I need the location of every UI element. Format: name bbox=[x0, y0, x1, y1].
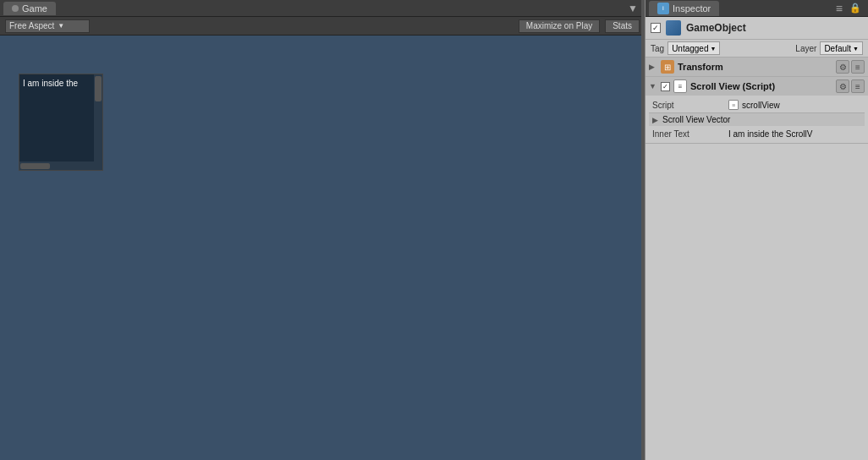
game-tab-icon bbox=[12, 5, 19, 12]
inspector-menu-icon: ≡ bbox=[836, 2, 843, 15]
transform-icon: ⊞ bbox=[661, 60, 674, 74]
inspector-tab-bar: i Inspector ≡ 🔒 bbox=[646, 0, 868, 17]
scroll-view-vector-label: Scroll View Vector bbox=[662, 115, 730, 124]
tag-select[interactable]: Untagged ▼ bbox=[667, 41, 720, 55]
scroll-view-arrow-icon: ▼ bbox=[649, 82, 657, 90]
inspector-tab[interactable]: i Inspector bbox=[649, 1, 719, 16]
game-viewport: I am inside the bbox=[0, 36, 645, 460]
panel-collapse-icon[interactable]: ▼ bbox=[628, 3, 641, 14]
game-tab-bar: Game ▼ bbox=[0, 0, 645, 17]
transform-component-header[interactable]: ▶ ⊞ Transform ⚙ ≡ bbox=[646, 58, 868, 76]
script-asset-icon: ≡ bbox=[728, 100, 739, 110]
script-asset-name: scrollView bbox=[742, 101, 780, 110]
script-prop-row: Script ≡ scrollView bbox=[649, 97, 865, 112]
scroll-view-content: I am inside the bbox=[19, 74, 102, 162]
gameobject-cube-icon bbox=[666, 20, 681, 36]
scroll-view-script-label: Scroll View (Script) bbox=[690, 81, 832, 91]
scroll-view-menu-button[interactable]: ≡ bbox=[851, 79, 865, 93]
scroll-inner-text: I am inside the bbox=[23, 79, 78, 88]
scroll-view-vector-row[interactable]: ▶ Scroll View Vector bbox=[649, 112, 865, 126]
inspector-panel: i Inspector ≡ 🔒 GameObject Tag Untagged … bbox=[645, 0, 868, 460]
inspector-icon-inner: i bbox=[662, 4, 664, 12]
layer-dropdown-arrow: ▼ bbox=[853, 46, 859, 52]
game-tab[interactable]: Game bbox=[3, 2, 56, 15]
transform-arrow-icon: ▶ bbox=[649, 63, 657, 71]
scroll-bar-horizontal[interactable] bbox=[19, 162, 102, 170]
stats-button[interactable]: Stats bbox=[605, 19, 640, 33]
transform-component: ▶ ⊞ Transform ⚙ ≡ bbox=[646, 58, 868, 77]
scroll-bar-vertical[interactable] bbox=[94, 74, 102, 162]
tag-label: Tag bbox=[651, 44, 664, 53]
inner-text-prop-row: Inner Text I am inside the ScrollV bbox=[649, 126, 865, 141]
scroll-view-script-component: ▼ ✓ ≡ Scroll View (Script) ⚙ ≡ Script ≡ … bbox=[646, 77, 868, 144]
transform-menu-button[interactable]: ≡ bbox=[851, 60, 865, 74]
inner-text-label: Inner Text bbox=[652, 129, 728, 139]
layer-select[interactable]: Default ▼ bbox=[820, 41, 863, 55]
maximize-on-play-button[interactable]: Maximize on Play bbox=[519, 19, 600, 33]
scroll-view-vector-arrow: ▶ bbox=[652, 116, 661, 124]
gameobject-header: GameObject bbox=[646, 17, 868, 40]
inner-text-value: I am inside the ScrollV bbox=[728, 129, 813, 139]
scroll-view-script-icon: ≡ bbox=[673, 79, 687, 93]
tag-dropdown-arrow: ▼ bbox=[711, 46, 717, 52]
scroll-view-buttons: ⚙ ≡ bbox=[836, 79, 865, 93]
scroll-thumb-vertical[interactable] bbox=[95, 76, 102, 101]
transform-buttons: ⚙ ≡ bbox=[836, 60, 865, 74]
game-panel: Game ▼ Free Aspect ▼ Maximize on Play St… bbox=[0, 0, 645, 460]
aspect-label: Free Aspect bbox=[9, 21, 54, 30]
scroll-view-settings-button[interactable]: ⚙ bbox=[836, 79, 849, 93]
aspect-dropdown-arrow: ▼ bbox=[58, 22, 64, 30]
layer-label: Layer bbox=[795, 44, 816, 53]
scroll-view-component-body: Script ≡ scrollView ▶ Scroll View Vector… bbox=[646, 96, 868, 143]
transform-settings-button[interactable]: ⚙ bbox=[836, 60, 849, 74]
scroll-view-widget: I am inside the bbox=[19, 74, 103, 171]
scroll-thumb-horizontal[interactable] bbox=[20, 163, 50, 169]
script-prop-label: Script bbox=[652, 101, 728, 110]
aspect-select[interactable]: Free Aspect ▼ bbox=[5, 19, 90, 33]
scroll-view-component-header[interactable]: ▼ ✓ ≡ Scroll View (Script) ⚙ ≡ bbox=[646, 77, 868, 96]
script-prop-value: ≡ scrollView bbox=[728, 100, 861, 110]
scroll-view-active-checkbox[interactable]: ✓ bbox=[661, 82, 670, 91]
inspector-tab-label: Inspector bbox=[673, 3, 711, 14]
tag-layer-row: Tag Untagged ▼ Layer Default ▼ bbox=[646, 40, 868, 58]
transform-label: Transform bbox=[678, 62, 832, 72]
game-toolbar: Free Aspect ▼ Maximize on Play Stats bbox=[0, 17, 645, 36]
game-tab-label: Game bbox=[22, 3, 47, 14]
inspector-tab-icon: i bbox=[657, 3, 669, 14]
gameobject-active-checkbox[interactable] bbox=[651, 23, 661, 33]
inspector-lock-icon[interactable]: 🔒 bbox=[846, 3, 865, 14]
gameobject-name: GameObject bbox=[686, 22, 746, 34]
inspector-menu-button[interactable]: ≡ bbox=[832, 2, 846, 15]
